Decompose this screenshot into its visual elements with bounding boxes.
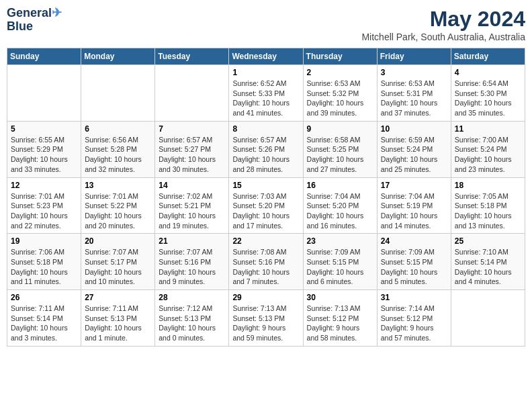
day-info: Sunrise: 6:52 AMSunset: 5:33 PMDaylight:… (232, 79, 299, 118)
day-info: Sunrise: 7:10 AMSunset: 5:14 PMDaylight:… (455, 247, 521, 287)
day-info: Sunrise: 7:11 AMSunset: 5:14 PMDaylight:… (11, 304, 77, 343)
calendar-cell: 10Sunrise: 6:59 AMSunset: 5:24 PMDayligh… (377, 121, 451, 177)
day-number: 4 (455, 68, 521, 77)
day-number: 17 (381, 181, 447, 190)
day-number: 13 (85, 181, 151, 190)
calendar-week-5: 26Sunrise: 7:11 AMSunset: 5:14 PMDayligh… (7, 290, 525, 347)
day-info: Sunrise: 7:07 AMSunset: 5:16 PMDaylight:… (159, 247, 225, 287)
day-info: Sunrise: 6:56 AMSunset: 5:28 PMDaylight:… (85, 135, 151, 175)
calendar-cell: 19Sunrise: 7:06 AMSunset: 5:18 PMDayligh… (7, 234, 81, 290)
day-info: Sunrise: 7:11 AMSunset: 5:13 PMDaylight:… (85, 304, 151, 343)
day-info: Sunrise: 7:02 AMSunset: 5:21 PMDaylight:… (159, 191, 225, 231)
calendar-cell (155, 65, 229, 122)
day-number: 24 (381, 236, 447, 246)
calendar-cell: 16Sunrise: 7:04 AMSunset: 5:20 PMDayligh… (303, 177, 377, 234)
calendar-cell: 12Sunrise: 7:01 AMSunset: 5:23 PMDayligh… (7, 177, 81, 234)
day-number: 7 (159, 124, 225, 134)
day-number: 28 (159, 293, 225, 302)
day-number: 9 (307, 124, 373, 134)
day-info: Sunrise: 7:13 AMSunset: 5:12 PMDaylight:… (307, 304, 373, 343)
day-number: 1 (232, 68, 299, 77)
day-info: Sunrise: 7:09 AMSunset: 5:15 PMDaylight:… (307, 247, 373, 287)
day-number: 14 (159, 181, 225, 190)
day-info: Sunrise: 6:57 AMSunset: 5:27 PMDaylight:… (159, 135, 225, 175)
calendar-cell: 17Sunrise: 7:04 AMSunset: 5:19 PMDayligh… (377, 177, 451, 234)
day-header-thursday: Thursday (303, 48, 377, 65)
calendar-table: SundayMondayTuesdayWednesdayThursdayFrid… (7, 48, 525, 347)
calendar-header-row: SundayMondayTuesdayWednesdayThursdayFrid… (7, 48, 525, 65)
day-number: 12 (11, 181, 77, 190)
day-number: 21 (159, 236, 225, 246)
day-number: 8 (232, 124, 299, 134)
day-header-tuesday: Tuesday (155, 48, 229, 65)
day-info: Sunrise: 7:05 AMSunset: 5:18 PMDaylight:… (455, 191, 521, 231)
main-title: May 2024 (361, 7, 525, 32)
calendar-cell: 14Sunrise: 7:02 AMSunset: 5:21 PMDayligh… (155, 177, 229, 234)
calendar-cell: 11Sunrise: 7:00 AMSunset: 5:24 PMDayligh… (451, 121, 525, 177)
calendar-cell: 4Sunrise: 6:54 AMSunset: 5:30 PMDaylight… (451, 65, 525, 122)
day-info: Sunrise: 7:08 AMSunset: 5:16 PMDaylight:… (232, 247, 299, 287)
day-number: 20 (85, 236, 151, 246)
calendar-cell: 2Sunrise: 6:53 AMSunset: 5:32 PMDaylight… (303, 65, 377, 122)
calendar-cell (451, 290, 525, 347)
calendar-cell: 26Sunrise: 7:11 AMSunset: 5:14 PMDayligh… (7, 290, 81, 347)
day-header-sunday: Sunday (7, 48, 81, 65)
calendar-week-4: 19Sunrise: 7:06 AMSunset: 5:18 PMDayligh… (7, 234, 525, 290)
day-info: Sunrise: 7:00 AMSunset: 5:24 PMDaylight:… (455, 135, 521, 175)
calendar-cell: 29Sunrise: 7:13 AMSunset: 5:13 PMDayligh… (229, 290, 303, 347)
day-info: Sunrise: 6:59 AMSunset: 5:24 PMDaylight:… (381, 135, 447, 175)
calendar-cell: 28Sunrise: 7:12 AMSunset: 5:13 PMDayligh… (155, 290, 229, 347)
calendar-cell: 23Sunrise: 7:09 AMSunset: 5:15 PMDayligh… (303, 234, 377, 290)
day-number: 30 (307, 293, 373, 302)
calendar-cell: 9Sunrise: 6:58 AMSunset: 5:25 PMDaylight… (303, 121, 377, 177)
day-info: Sunrise: 6:54 AMSunset: 5:30 PMDaylight:… (455, 79, 521, 118)
calendar-week-2: 5Sunrise: 6:55 AMSunset: 5:29 PMDaylight… (7, 121, 525, 177)
day-number: 27 (85, 293, 151, 302)
day-number: 2 (307, 68, 373, 77)
day-number: 5 (11, 124, 77, 134)
day-info: Sunrise: 7:14 AMSunset: 5:12 PMDaylight:… (381, 304, 447, 343)
day-number: 31 (381, 293, 447, 302)
day-header-monday: Monday (81, 48, 155, 65)
calendar-cell: 24Sunrise: 7:09 AMSunset: 5:15 PMDayligh… (377, 234, 451, 290)
day-info: Sunrise: 6:58 AMSunset: 5:25 PMDaylight:… (307, 135, 373, 175)
day-info: Sunrise: 7:01 AMSunset: 5:23 PMDaylight:… (11, 191, 77, 231)
calendar-cell: 5Sunrise: 6:55 AMSunset: 5:29 PMDaylight… (7, 121, 81, 177)
calendar-cell (81, 65, 155, 122)
calendar-cell: 21Sunrise: 7:07 AMSunset: 5:16 PMDayligh… (155, 234, 229, 290)
calendar-cell: 30Sunrise: 7:13 AMSunset: 5:12 PMDayligh… (303, 290, 377, 347)
day-header-friday: Friday (377, 48, 451, 65)
day-number: 10 (381, 124, 447, 134)
day-info: Sunrise: 6:53 AMSunset: 5:32 PMDaylight:… (307, 79, 373, 118)
day-info: Sunrise: 6:53 AMSunset: 5:31 PMDaylight:… (381, 79, 447, 118)
day-number: 6 (85, 124, 151, 134)
calendar-cell: 22Sunrise: 7:08 AMSunset: 5:16 PMDayligh… (229, 234, 303, 290)
day-info: Sunrise: 7:04 AMSunset: 5:20 PMDaylight:… (307, 191, 373, 231)
day-number: 15 (232, 181, 299, 190)
day-info: Sunrise: 7:07 AMSunset: 5:17 PMDaylight:… (85, 247, 151, 287)
day-number: 23 (307, 236, 373, 246)
page-header: General✈Blue May 2024 Mitchell Park, Sou… (7, 7, 525, 42)
calendar-week-1: 1Sunrise: 6:52 AMSunset: 5:33 PMDaylight… (7, 65, 525, 122)
day-info: Sunrise: 6:57 AMSunset: 5:26 PMDaylight:… (232, 135, 299, 175)
day-number: 29 (232, 293, 299, 302)
day-number: 3 (381, 68, 447, 77)
day-header-wednesday: Wednesday (229, 48, 303, 65)
calendar-cell: 8Sunrise: 6:57 AMSunset: 5:26 PMDaylight… (229, 121, 303, 177)
logo-text: General✈Blue (7, 7, 62, 34)
day-number: 22 (232, 236, 299, 246)
logo: General✈Blue (7, 7, 62, 34)
day-info: Sunrise: 7:06 AMSunset: 5:18 PMDaylight:… (11, 247, 77, 287)
calendar-cell: 18Sunrise: 7:05 AMSunset: 5:18 PMDayligh… (451, 177, 525, 234)
calendar-cell: 13Sunrise: 7:01 AMSunset: 5:22 PMDayligh… (81, 177, 155, 234)
day-number: 19 (11, 236, 77, 246)
day-number: 18 (455, 181, 521, 190)
day-number: 25 (455, 236, 521, 246)
day-header-saturday: Saturday (451, 48, 525, 65)
calendar-cell: 25Sunrise: 7:10 AMSunset: 5:14 PMDayligh… (451, 234, 525, 290)
day-number: 16 (307, 181, 373, 190)
day-info: Sunrise: 7:12 AMSunset: 5:13 PMDaylight:… (159, 304, 225, 343)
calendar-cell: 27Sunrise: 7:11 AMSunset: 5:13 PMDayligh… (81, 290, 155, 347)
day-info: Sunrise: 7:01 AMSunset: 5:22 PMDaylight:… (85, 191, 151, 231)
day-number: 11 (455, 124, 521, 134)
